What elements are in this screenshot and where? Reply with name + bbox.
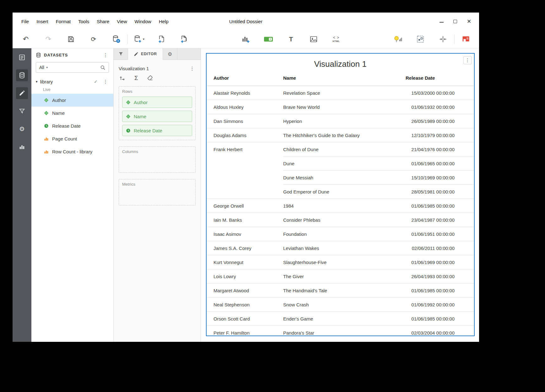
dataset-search-box[interactable]: All ▾ <box>36 62 109 73</box>
dataset-field[interactable]: Name <box>31 107 113 119</box>
name-cell[interactable]: Dune <box>283 156 406 171</box>
rows-drop-zone[interactable]: Rows AuthorNameRelease Date <box>119 86 196 140</box>
date-cell[interactable]: 01/06/1992 00:00:00 <box>406 298 474 312</box>
snap-layout-button[interactable] <box>437 34 449 45</box>
author-cell[interactable]: Margaret Atwood <box>207 283 283 298</box>
dataset-kebab-menu[interactable]: ⋮ <box>102 78 109 85</box>
name-cell[interactable]: Ender's Game <box>283 312 406 326</box>
date-cell[interactable]: 01/06/1985 00:00:00 <box>406 199 474 213</box>
rail-settings-button[interactable]: ⚙ <box>16 123 28 135</box>
dataset-field[interactable]: Page Count <box>31 132 113 145</box>
dataset-status-button[interactable] <box>111 34 122 45</box>
swap-axes-button[interactable] <box>119 75 126 81</box>
author-cell[interactable]: Lois Lowry <box>207 269 283 283</box>
author-cell[interactable]: Peter F. Hamilton <box>207 326 283 336</box>
author-cell[interactable]: Douglas Adams <box>207 128 283 142</box>
author-cell[interactable]: Neal Stephenson <box>207 298 283 312</box>
name-cell[interactable]: Children of Dune <box>283 142 406 156</box>
date-cell[interactable]: 01/06/1969 00:00:00 <box>406 255 474 269</box>
visualization-kebab-menu[interactable]: ⋮ <box>463 56 472 64</box>
editor-kebab-menu[interactable]: ⋮ <box>189 65 196 72</box>
rail-datasets-button[interactable] <box>16 69 28 81</box>
author-cell[interactable]: Isaac Asimov <box>207 227 283 241</box>
add-visualization-button[interactable] <box>240 34 251 45</box>
name-cell[interactable]: God Emperor of Dune <box>283 185 406 199</box>
rail-filter-button[interactable] <box>16 105 28 117</box>
insights-button[interactable] <box>392 34 403 45</box>
refresh-button[interactable]: ⟳ <box>88 34 99 45</box>
date-cell[interactable]: 01/06/1932 00:00:00 <box>406 100 474 114</box>
menu-view[interactable]: View <box>113 17 131 26</box>
name-cell[interactable]: Brave New World <box>283 100 406 114</box>
metrics-drop-zone[interactable]: Metrics <box>119 179 196 205</box>
menu-window[interactable]: Window <box>131 17 155 26</box>
rows-chip[interactable]: Release Date <box>122 125 192 136</box>
dataset-field[interactable]: Row Count - library <box>31 145 113 158</box>
name-cell[interactable]: Pandora's Star <box>283 326 406 336</box>
date-cell[interactable]: 26/05/1989 00:00:00 <box>406 114 474 128</box>
datasets-kebab-menu[interactable]: ⋮ <box>102 51 109 58</box>
menu-insert[interactable]: Insert <box>33 17 52 26</box>
name-cell[interactable]: Snow Crash <box>283 298 406 312</box>
minimize-button[interactable] <box>436 17 446 26</box>
name-cell[interactable]: Leviathan Wakes <box>283 241 406 255</box>
rail-contents-button[interactable] <box>16 51 28 63</box>
save-button[interactable] <box>65 34 77 45</box>
rail-visualizations-button[interactable] <box>16 141 28 153</box>
maximize-button[interactable] <box>450 17 460 26</box>
dataset-field[interactable]: Release Date <box>31 119 113 132</box>
grid-header-release-date[interactable]: Release Date <box>406 73 474 86</box>
search-icon[interactable] <box>100 65 105 70</box>
undo-button[interactable]: ↶ <box>20 34 31 45</box>
grid-header-name[interactable]: Name <box>283 73 406 86</box>
date-cell[interactable]: 15/10/1969 00:00:00 <box>406 171 474 185</box>
date-cell[interactable]: 01/06/1985 00:00:00 <box>406 283 474 298</box>
author-cell[interactable]: Iain M. Banks <box>207 213 283 227</box>
clear-button[interactable] <box>147 75 153 81</box>
author-cell[interactable]: Dan Simmons <box>207 114 283 128</box>
add-text-button[interactable]: T <box>285 34 297 45</box>
rail-edit-button[interactable] <box>16 87 28 99</box>
visualization-card[interactable]: ⋮ Visualization 1 Author Name Release Da… <box>206 53 475 336</box>
date-cell[interactable]: 28/05/1981 00:00:00 <box>406 185 474 199</box>
name-cell[interactable]: Dune Messiah <box>283 171 406 185</box>
author-cell[interactable]: Alastair Reynolds <box>207 86 283 100</box>
dataset-field[interactable]: Author <box>31 94 113 107</box>
tab-editor[interactable]: EDITOR <box>128 48 163 60</box>
present-button[interactable] <box>460 34 472 45</box>
menu-file[interactable]: File <box>18 17 33 26</box>
author-cell[interactable]: George Orwell <box>207 199 283 213</box>
rows-chip[interactable]: Author <box>122 97 192 108</box>
new-chapter-button[interactable] <box>179 34 190 45</box>
grid-header-author[interactable]: Author <box>207 73 283 86</box>
group-button[interactable] <box>415 34 426 45</box>
name-cell[interactable]: Slaughterhouse-Five <box>283 255 406 269</box>
dataset-filter-dropdown[interactable]: All <box>39 65 44 70</box>
date-cell[interactable]: 15/03/2000 00:00:00 <box>406 86 474 100</box>
date-cell[interactable]: 01/06/1965 00:00:00 <box>406 156 474 171</box>
menu-share[interactable]: Share <box>93 17 113 26</box>
date-cell[interactable]: 23/04/1987 00:00:00 <box>406 213 474 227</box>
tree-collapse-caret[interactable]: ▾ <box>36 80 38 84</box>
sigma-button[interactable]: Σ <box>134 75 138 81</box>
date-cell[interactable]: 02/06/2011 00:00:00 <box>406 241 474 255</box>
author-cell[interactable]: Kurt Vonnegut <box>207 255 283 269</box>
author-cell[interactable]: James S.A. Corey <box>207 241 283 255</box>
tab-format[interactable]: ⚙ <box>163 48 177 60</box>
name-cell[interactable]: Hyperion <box>283 114 406 128</box>
close-button[interactable]: ✕ <box>464 17 474 26</box>
add-html-button[interactable]: < > HTML <box>331 34 342 45</box>
name-cell[interactable]: The Giver <box>283 269 406 283</box>
rows-chip[interactable]: Name <box>122 111 192 122</box>
name-cell[interactable]: Foundation <box>283 227 406 241</box>
date-cell[interactable]: 26/04/1993 00:00:00 <box>406 269 474 283</box>
name-cell[interactable]: The Hitchhiker's Guide to the Galaxy <box>283 128 406 142</box>
name-cell[interactable]: Revelation Space <box>283 86 406 100</box>
date-cell[interactable]: 01/06/1951 00:00:00 <box>406 227 474 241</box>
author-cell[interactable]: Frank Herbert <box>207 142 283 199</box>
date-cell[interactable]: 21/04/1976 00:00:00 <box>406 142 474 156</box>
add-image-button[interactable] <box>308 34 319 45</box>
date-cell[interactable]: 12/10/1979 00:00:00 <box>406 128 474 142</box>
author-cell[interactable]: Orson Scott Card <box>207 312 283 326</box>
new-page-button[interactable] <box>156 34 167 45</box>
